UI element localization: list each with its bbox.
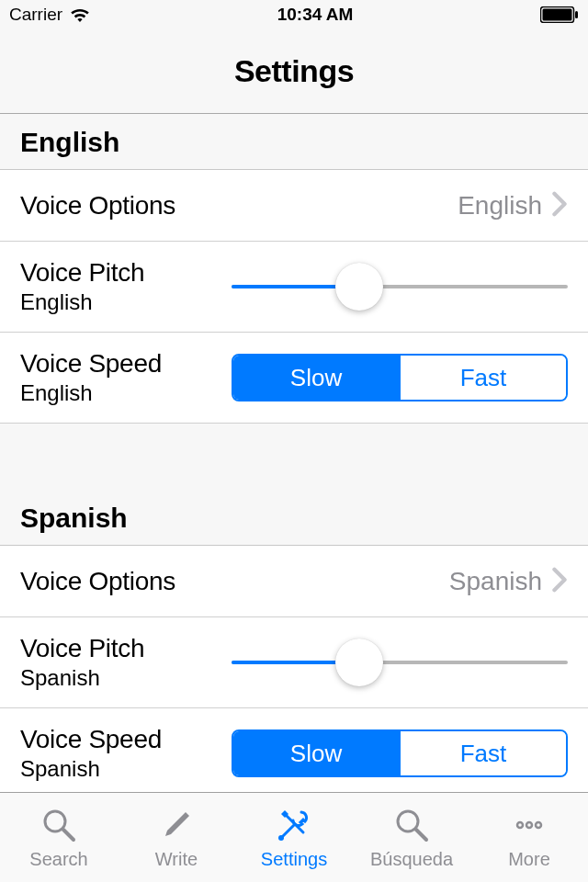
voice-speed-sub: Spanish [20, 756, 232, 782]
nav-bar: Settings [0, 29, 588, 114]
wifi-icon [70, 7, 90, 22]
carrier-label: Carrier [9, 5, 62, 25]
tab-more[interactable]: More [470, 793, 588, 882]
voice-options-label: Voice Options [20, 567, 232, 596]
voice-speed-segmented[interactable]: Slow Fast [232, 354, 568, 401]
row-english-voice-options[interactable]: Voice Options English [0, 170, 588, 242]
section-gap [0, 424, 588, 490]
search-icon [391, 805, 432, 845]
battery-icon [540, 6, 579, 23]
page-title: Settings [234, 53, 354, 89]
tab-label: Búsqueda [370, 849, 453, 870]
row-english-voice-pitch: Voice Pitch English [0, 242, 588, 333]
segment-slow[interactable]: Slow [233, 731, 399, 775]
svg-rect-2 [575, 11, 578, 18]
tab-settings[interactable]: Settings [235, 793, 353, 882]
svg-point-10 [517, 822, 523, 828]
svg-point-12 [536, 822, 541, 828]
clock: 10:34 AM [277, 5, 354, 25]
tab-label: Settings [261, 849, 327, 870]
voice-pitch-slider[interactable] [232, 644, 568, 681]
row-english-voice-speed: Voice Speed English Slow Fast [0, 333, 588, 424]
tab-bar: Search Write Settings Búsqueda [0, 792, 588, 882]
voice-options-value: English [458, 191, 542, 220]
section-header-spanish: Spanish [0, 490, 588, 546]
voice-options-value: Spanish [449, 567, 542, 596]
voice-pitch-sub: Spanish [20, 665, 232, 691]
row-spanish-voice-options[interactable]: Voice Options Spanish [0, 546, 588, 617]
voice-pitch-label: Voice Pitch [20, 258, 232, 288]
segment-slow[interactable]: Slow [233, 356, 399, 400]
voice-pitch-slider[interactable] [232, 268, 568, 305]
svg-point-11 [526, 822, 532, 828]
chevron-right-icon [551, 567, 568, 596]
more-icon [509, 805, 549, 845]
svg-point-7 [278, 835, 284, 841]
search-icon [39, 805, 79, 845]
tools-icon [274, 805, 314, 845]
tab-label: More [508, 849, 550, 870]
voice-options-label: Voice Options [20, 191, 232, 220]
tab-label: Write [155, 849, 198, 870]
tab-label: Search [29, 849, 87, 870]
voice-speed-sub: English [20, 380, 232, 406]
row-spanish-voice-pitch: Voice Pitch Spanish [0, 617, 588, 708]
settings-content[interactable]: English Voice Options English Voice Pitc… [0, 114, 588, 792]
svg-rect-1 [543, 9, 572, 21]
svg-line-6 [283, 825, 294, 836]
pencil-icon [156, 805, 197, 845]
segment-fast[interactable]: Fast [399, 356, 566, 400]
status-bar: Carrier 10:34 AM [0, 0, 588, 29]
voice-pitch-sub: English [20, 289, 232, 315]
segment-fast[interactable]: Fast [399, 731, 566, 775]
voice-speed-label: Voice Speed [20, 349, 232, 379]
tab-write[interactable]: Write [118, 793, 235, 882]
voice-pitch-label: Voice Pitch [20, 634, 232, 663]
voice-speed-segmented[interactable]: Slow Fast [232, 729, 568, 777]
section-header-english: English [0, 114, 588, 170]
svg-line-4 [63, 830, 74, 840]
voice-speed-label: Voice Speed [20, 725, 232, 754]
tab-search[interactable]: Search [0, 793, 118, 882]
svg-line-9 [416, 830, 426, 840]
row-spanish-voice-speed: Voice Speed Spanish Slow Fast [0, 708, 588, 792]
tab-busqueda[interactable]: Búsqueda [353, 793, 470, 882]
chevron-right-icon [551, 191, 568, 220]
